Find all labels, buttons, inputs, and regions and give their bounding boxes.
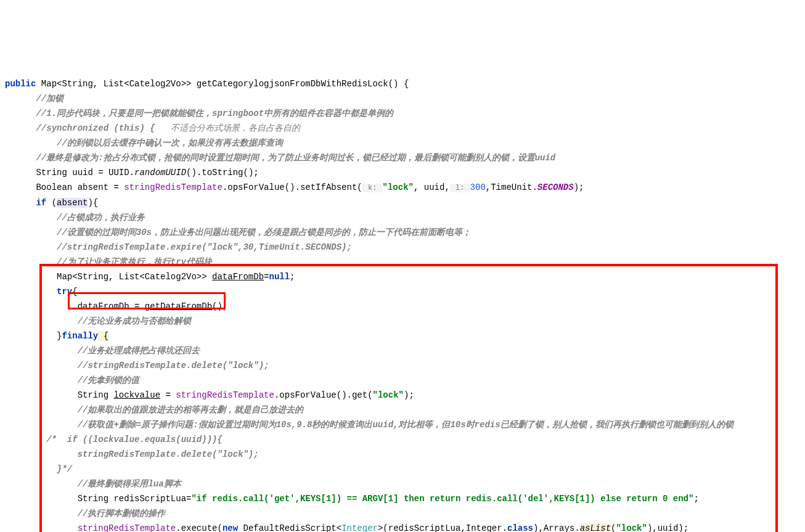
code-editor[interactable]: public Map<String, List<Catelog2Vo>> get… <box>0 59 805 532</box>
code-text: ().toString(); <box>186 168 259 178</box>
keyword-if: if <box>36 198 46 208</box>
comment: //无论业务成功与否都给解锁 <box>78 316 192 326</box>
comment: /* if ((lockvalue.equals(uuid))){ <box>46 435 223 444</box>
comment: //加锁 <box>36 94 63 104</box>
line: if (absent){ <box>5 198 98 208</box>
code-text: ); <box>574 182 584 192</box>
comment: //stringRedisTemplate.delete("lock"); <box>78 361 269 370</box>
line: stringRedisTemplate.execute(new DefaultR… <box>5 523 689 532</box>
variable: lockvalue <box>113 390 160 400</box>
comment: //最终删锁得采用lua脚本 <box>78 479 181 489</box>
code-text: .opsForValue().setIfAbsent( <box>223 182 362 192</box>
comment: //synchronized (this) { <box>36 123 155 133</box>
code-text: { <box>72 287 77 297</box>
line: String redisScriptLua="if redis.call('ge… <box>5 494 699 504</box>
line: //stringRedisTemplate.expire("lock",30,T… <box>5 242 352 252</box>
keyword-class: class <box>507 523 533 532</box>
code-text: Map<String, List<Catelog2Vo>> <box>57 272 212 282</box>
comment: //的到锁以后去缓存中确认一次，如果没有再去数据库查询 <box>57 138 283 148</box>
keyword-try: try <box>57 287 72 297</box>
comment: //1.同步代码块，只要是同一把锁就能锁住，springboot中所有的组件在容… <box>36 108 393 118</box>
code-text: (); <box>212 301 227 311</box>
line: /* if ((lockvalue.equals(uuid))){ <box>5 435 223 444</box>
comment: stringRedisTemplate.delete("lock"); <box>41 449 259 459</box>
line: //业务处理成得把占得坑还回去 <box>5 346 200 356</box>
comment: //先拿到锁的值 <box>78 375 140 385</box>
line: dataFromDb = getDataFromDb(); <box>5 301 227 311</box>
comment: //设置锁的过期时间30s，防止业务出问题出现死锁，必须是跟占锁是同步的，防止一… <box>57 227 471 237</box>
keyword-null: null <box>269 272 290 282</box>
line: try{ <box>5 287 78 297</box>
line: Boolean absent = stringRedisTemplate.ops… <box>5 182 584 192</box>
variable: dataFromDb <box>212 272 264 282</box>
code-text: DefaultRedisScript< <box>238 523 341 532</box>
static-field: SECONDS <box>537 182 574 192</box>
param-hint: k: <box>362 184 383 192</box>
line: //无论业务成功与否都给解锁 <box>5 316 191 326</box>
code-text: >(redisScriptLua,Integer. <box>378 523 507 532</box>
code-text: ); <box>404 390 414 400</box>
code-text: , uuid, <box>414 182 450 192</box>
line: String lockvalue = stringRedisTemplate.o… <box>5 390 414 400</box>
line: //获取值+删除=原子操作问题:假如设置过期时间为10s,9.8秒的时候查询出u… <box>5 420 733 430</box>
comment: 不适合分布式场景，各自占各自的 <box>155 123 300 133</box>
line: }finally { <box>5 331 108 341</box>
param-hint: l: <box>450 184 470 192</box>
field: stringRedisTemplate <box>176 390 274 400</box>
line: //synchronized (this) { 不适合分布式场景，各自占各自的 <box>5 123 300 133</box>
line: public Map<String, List<Catelog2Vo>> get… <box>5 79 409 89</box>
code-text: String redisScriptLua= <box>78 494 192 504</box>
comment: //业务处理成得把占得坑还回去 <box>78 346 200 356</box>
number: 300 <box>470 182 486 192</box>
line: //1.同步代码块，只要是同一把锁就能锁住，springboot中所有的组件在容… <box>5 108 393 118</box>
line: stringRedisTemplate.delete("lock"); <box>5 449 259 459</box>
code-text: ,TimeUnit. <box>486 182 537 192</box>
string: "if redis.call('get',KEYS[1]) == ARGV[1]… <box>191 494 693 504</box>
code-text: dataFromDb = <box>78 301 145 311</box>
comment: //为了让业务正常执行，执行try代码块 <box>57 257 212 267</box>
code-text: ),uuid); <box>647 523 689 532</box>
code-text: ),Arrays. <box>533 523 580 532</box>
line: Map<String, List<Catelog2Vo>> dataFromDb… <box>5 272 295 282</box>
code-text: Boolean absent = <box>36 182 124 192</box>
string: "lock" <box>616 523 647 532</box>
code-text: ; <box>693 494 698 504</box>
comment: //占锁成功，执行业务 <box>57 213 145 223</box>
type-param: Integer <box>341 523 378 532</box>
line: String uuid = UUID.randomUUID().toString… <box>5 168 259 178</box>
line: //占锁成功，执行业务 <box>5 213 145 223</box>
comment: //最终是修改为:抢占分布式锁，抢锁的同时设置过期时间，为了防止业务时间过长，锁… <box>36 153 555 163</box>
line: //先拿到锁的值 <box>5 375 139 385</box>
line: //设置锁的过期时间30s，防止业务出问题出现死锁，必须是跟占锁是同步的，防止一… <box>5 227 471 237</box>
static-method: randomUUID <box>134 168 186 178</box>
field: stringRedisTemplate <box>124 182 223 192</box>
code-text: ; <box>290 272 295 282</box>
method-signature: Map<String, List<Catelog2Vo>> getCategor… <box>36 79 409 89</box>
code-text: ( <box>46 198 57 208</box>
method-call: getDataFromDb <box>145 301 212 311</box>
keyword-finally: finally <box>62 331 98 341</box>
line: //加锁 <box>5 94 63 104</box>
line: //的到锁以后去缓存中确认一次，如果没有再去数据库查询 <box>5 138 283 148</box>
code-text: String uuid = UUID. <box>36 168 134 178</box>
brace-highlight: { <box>98 331 108 341</box>
comment: //执行脚本删锁的操作 <box>78 509 166 518</box>
line: //最终删锁得采用lua脚本 <box>5 479 181 489</box>
keyword-new: new <box>223 523 238 532</box>
code-text: .opsForValue().get( <box>274 390 373 400</box>
line: //如果取出的值跟放进去的相等再去删，就是自己放进去的 <box>5 405 303 415</box>
keyword-public: public <box>5 79 36 89</box>
line: }*/ <box>5 464 72 474</box>
comment: //stringRedisTemplate.expire("lock",30,T… <box>57 242 352 252</box>
comment: //获取值+删除=原子操作问题:假如设置过期时间为10s,9.8秒的时候查询出u… <box>78 420 733 430</box>
comment: //如果取出的值跟放进去的相等再去删，就是自己放进去的 <box>78 405 304 415</box>
static-call: asList <box>580 523 611 532</box>
line: //为了让业务正常执行，执行try代码块 <box>5 257 212 267</box>
comment: }*/ <box>41 464 72 474</box>
field: stringRedisTemplate <box>78 523 176 532</box>
line: //最终是修改为:抢占分布式锁，抢锁的同时设置过期时间，为了防止业务时间过长，锁… <box>5 153 555 163</box>
code-text: = <box>160 390 176 400</box>
string: "lock" <box>383 182 414 192</box>
code-text: .execute( <box>176 523 223 532</box>
string: "lock" <box>373 390 404 400</box>
